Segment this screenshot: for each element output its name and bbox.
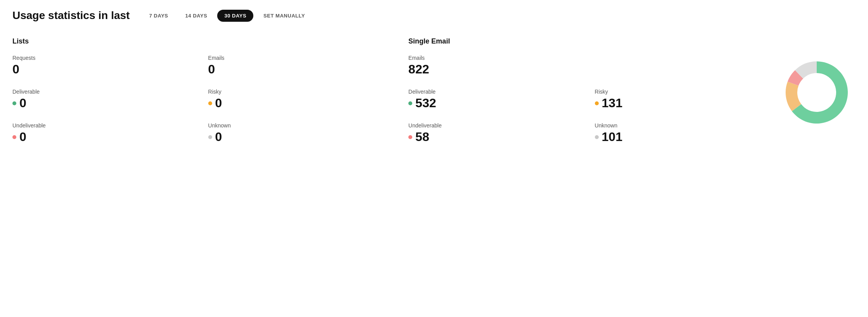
lists-section: Lists Requests0Emails0Deliverable0Risky0… <box>12 37 385 144</box>
time-tab-7days[interactable]: 7 DAYS <box>142 10 175 22</box>
stat-value: 0 <box>12 63 19 76</box>
emails-label: Emails <box>408 55 762 61</box>
stat-value: 0 <box>215 130 222 144</box>
stat-label: Undeliverable <box>12 122 190 129</box>
stat-dot <box>408 101 412 105</box>
stat-value: 101 <box>602 130 622 144</box>
emails-total-stat: Emails 822 <box>408 55 762 76</box>
stat-label: Unknown <box>208 122 385 129</box>
right-section: Single Email Emails 822 Deliverable532Ri… <box>408 37 856 144</box>
stat-label: Risky <box>208 89 385 95</box>
list-stat-item: Unknown0 <box>208 122 385 144</box>
lists-title: Lists <box>12 37 385 45</box>
stat-value: 58 <box>415 130 429 144</box>
stat-dot <box>408 135 412 139</box>
donut-chart <box>778 54 856 131</box>
stat-value: 131 <box>602 96 622 110</box>
stat-value-row: 131 <box>595 96 762 110</box>
stat-value-row: 0 <box>208 96 385 110</box>
list-stat-item: Emails0 <box>208 55 385 76</box>
stat-label: Unknown <box>595 122 762 129</box>
single-email-section: Single Email Emails 822 Deliverable532Ri… <box>408 37 762 144</box>
list-stat-item: Requests0 <box>12 55 190 76</box>
lists-stats-grid: Requests0Emails0Deliverable0Risky0Undeli… <box>12 55 385 144</box>
stat-dot <box>12 135 16 139</box>
stat-dot <box>208 135 212 139</box>
single-email-title: Single Email <box>408 37 762 45</box>
stat-value-row: 0 <box>208 130 385 144</box>
stat-label: Deliverable <box>12 89 190 95</box>
list-stat-item: Deliverable0 <box>12 89 190 110</box>
stat-dot <box>12 101 16 105</box>
stat-label: Requests <box>12 55 190 61</box>
donut-chart-container <box>778 37 856 144</box>
stat-label: Deliverable <box>408 89 576 95</box>
time-tabs: 7 DAYS14 DAYS30 DAYSSET MANUALLY <box>142 10 312 22</box>
single-email-stat-item: Unknown101 <box>595 122 762 144</box>
stat-value-row: 0 <box>12 130 190 144</box>
stat-value-row: 0 <box>208 63 385 76</box>
emails-total-value: 822 <box>408 63 762 76</box>
page-title: Usage statistics in last <box>12 9 130 22</box>
stat-value: 0 <box>19 130 26 144</box>
time-tab-30days[interactable]: 30 DAYS <box>217 10 253 22</box>
stat-value: 532 <box>415 96 436 110</box>
stat-value: 0 <box>208 63 215 76</box>
stat-value-row: 532 <box>408 96 576 110</box>
single-email-stat-item: Risky131 <box>595 89 762 110</box>
stat-value-row: 0 <box>12 96 190 110</box>
stat-dot <box>208 101 212 105</box>
stat-dot <box>595 101 599 105</box>
page-header: Usage statistics in last 7 DAYS14 DAYS30… <box>12 9 856 22</box>
stat-value-row: 58 <box>408 130 576 144</box>
stat-value: 0 <box>215 96 222 110</box>
time-tab-manual[interactable]: SET MANUALLY <box>256 10 312 22</box>
stat-label: Risky <box>595 89 762 95</box>
main-content: Lists Requests0Emails0Deliverable0Risky0… <box>12 37 856 144</box>
list-stat-item: Risky0 <box>208 89 385 110</box>
stat-value-row: 101 <box>595 130 762 144</box>
single-email-stats-grid: Deliverable532Risky131Undeliverable58Unk… <box>408 89 762 144</box>
stat-value-row: 0 <box>12 63 190 76</box>
stat-value: 0 <box>19 96 26 110</box>
stat-label: Undeliverable <box>408 122 576 129</box>
list-stat-item: Undeliverable0 <box>12 122 190 144</box>
single-email-stat-item: Undeliverable58 <box>408 122 576 144</box>
stat-dot <box>595 135 599 139</box>
single-email-stat-item: Deliverable532 <box>408 89 576 110</box>
time-tab-14days[interactable]: 14 DAYS <box>178 10 214 22</box>
stat-label: Emails <box>208 55 385 61</box>
